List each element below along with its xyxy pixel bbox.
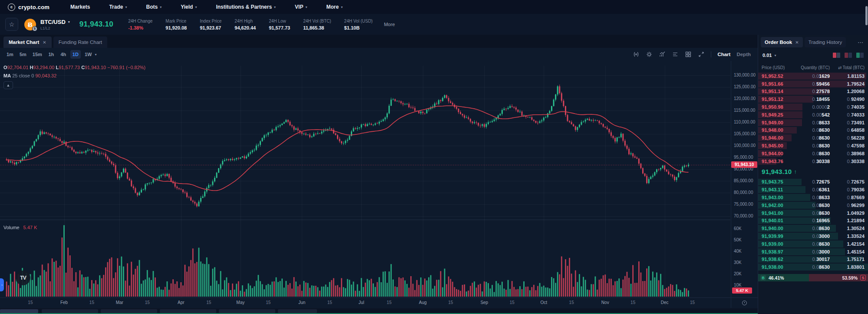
timeframe-5m[interactable]: 5m: [17, 50, 29, 59]
scrollbar-segment[interactable]: [160, 309, 216, 313]
favorite-button[interactable]: ☆: [5, 18, 18, 31]
settings-gear-icon[interactable]: [646, 51, 653, 58]
price-tick: 70,000.00: [734, 214, 753, 218]
price-cell: 91,943.76: [762, 159, 798, 164]
undo-redo-icon[interactable]: [633, 51, 640, 58]
timeframe-1d[interactable]: 1D: [70, 50, 81, 59]
pair-selector[interactable]: BTC/USD ▾ L1/L2: [40, 19, 70, 30]
price-cell: 91,938.62: [762, 257, 798, 262]
price-cell: 91,943.00: [762, 195, 798, 200]
scrollbar-segment[interactable]: [42, 309, 98, 313]
ask-row[interactable]: 91,944.000.086300.38968: [758, 150, 868, 157]
quantity-cell: 0.08630: [798, 135, 830, 140]
ask-row[interactable]: 91,943.760.303380.30338: [758, 157, 868, 165]
tab-trading-history[interactable]: Trading History: [805, 37, 846, 47]
bid-row[interactable]: 91,943.750.726750.72675: [758, 178, 868, 186]
total-cell: 1.20068: [830, 89, 865, 94]
tab-market-chart[interactable]: Market Chart✕: [3, 37, 52, 48]
ask-row[interactable]: 91,945.000.086300.47598: [758, 142, 868, 150]
bid-row[interactable]: 91,940.000.086301.30524: [758, 224, 868, 232]
legend-collapse-button[interactable]: ▲: [3, 81, 13, 89]
view-bids-icon[interactable]: [856, 53, 864, 58]
time-tick: 15: [327, 300, 332, 305]
ask-row[interactable]: 91,951.120.184550.92490: [758, 95, 868, 103]
nav-item-trade[interactable]: Trade ▾: [109, 4, 127, 10]
ask-row[interactable]: 91,948.000.086300.64858: [758, 127, 868, 134]
bid-row[interactable]: 91,943.000.086330.87669: [758, 194, 868, 201]
page-scrollbar[interactable]: [865, 6, 868, 25]
layout-grid-icon[interactable]: [685, 51, 692, 58]
timezone-clock-icon[interactable]: [742, 301, 747, 305]
ask-row[interactable]: 91,949.000.086330.73491: [758, 119, 868, 127]
nav-item-more[interactable]: More ▾: [326, 4, 343, 10]
bid-row[interactable]: 91,938.620.300171.75171: [758, 256, 868, 264]
scrollbar-segment[interactable]: [278, 309, 317, 313]
tab-funding-rate-chart[interactable]: Funding Rate Chart: [53, 37, 107, 48]
ask-row[interactable]: 91,952.520.016291.81153: [758, 72, 868, 80]
brand[interactable]: c crypto.com: [8, 3, 50, 11]
time-axis[interactable]: 15Feb15Mar15Apr15May15Jun15Jul15Aug15Sep…: [0, 298, 731, 308]
ask-row[interactable]: 91,949.250.005420.74033: [758, 111, 868, 119]
ask-row[interactable]: 91,946.000.086300.56228: [758, 134, 868, 142]
tab-order-book[interactable]: Order Book✕: [761, 37, 803, 47]
bid-row[interactable]: 91,938.970.030001.45154: [758, 248, 868, 256]
ask-row[interactable]: 91,951.660.594561.79524: [758, 80, 868, 88]
asks-list: 91,952.520.016291.8115391,951.660.594561…: [758, 72, 868, 165]
time-tick: 15: [206, 300, 211, 305]
col-total[interactable]: ⇄Total (BTC): [830, 65, 865, 70]
view-chart-button[interactable]: Chart: [717, 52, 730, 57]
scrollbar-segment[interactable]: [219, 309, 275, 313]
nav-item-vip[interactable]: VIP ▾: [295, 4, 307, 10]
view-depth-button[interactable]: Depth: [736, 52, 751, 57]
chart-body: O92,704.01 H93,294.00 L91,577.73 C91,943…: [0, 61, 758, 297]
timeframe-more-caret-icon[interactable]: ▾: [95, 53, 96, 57]
bid-row[interactable]: 91,942.000.086300.96299: [758, 201, 868, 209]
bid-row[interactable]: 91,939.000.086301.42154: [758, 240, 868, 248]
volume-tick: 40K: [734, 249, 742, 254]
chart-toolbar: 1m5m15m1h4h1D1W ▾ Chart Depth: [0, 48, 758, 61]
chevron-down-icon: ▾: [274, 5, 276, 9]
bid-row[interactable]: 91,943.110.063610.79036: [758, 186, 868, 194]
stat-24h-low: 24H Low91,577.73: [269, 19, 290, 30]
bid-row[interactable]: 91,941.000.086301.04929: [758, 209, 868, 217]
close-icon[interactable]: ✕: [795, 40, 799, 45]
candlestick-chart[interactable]: [0, 61, 730, 297]
time-tick: Feb: [60, 300, 68, 305]
stat-24h-high: 24H High94,620.44: [234, 19, 256, 30]
scrollbar-thumb[interactable]: [0, 309, 38, 313]
bid-row[interactable]: 91,938.000.086301.83801: [758, 263, 868, 271]
view-asks-icon[interactable]: [845, 53, 852, 58]
bid-row[interactable]: 91,939.990.030001.33524: [758, 232, 868, 240]
fullscreen-expand-icon[interactable]: [698, 51, 705, 58]
nav-item-bots[interactable]: Bots ▾: [146, 4, 162, 10]
left-drawer-handle[interactable]: ›: [0, 278, 4, 291]
price-axis[interactable]: 130,000.00125,000.00120,000.00115,000.00…: [731, 61, 758, 297]
total-cell: 0.47598: [830, 143, 865, 148]
ask-row[interactable]: 91,951.140.275781.20068: [758, 88, 868, 96]
timeframe-15m[interactable]: 15m: [30, 50, 44, 59]
timeframe-1m[interactable]: 1m: [4, 50, 16, 59]
timeframe-1h[interactable]: 1h: [46, 50, 56, 59]
order-book-more-button[interactable]: ⋯: [858, 39, 865, 46]
list-settings-icon[interactable]: [672, 51, 679, 58]
chart-canvas-area[interactable]: O92,704.01 H93,294.00 L91,577.73 C91,943…: [0, 61, 731, 297]
timeframe-1w[interactable]: 1W: [83, 50, 94, 59]
indicators-icon[interactable]: [659, 51, 666, 58]
timeframe-4h[interactable]: 4h: [58, 50, 69, 59]
view-both-icon[interactable]: [833, 53, 840, 58]
tradingview-logo[interactable]: TV: [16, 271, 30, 285]
aggregation-dropdown[interactable]: 0.01 ▾: [762, 53, 776, 58]
total-cell: 1.33524: [830, 234, 865, 239]
nav-item-markets[interactable]: Markets: [70, 4, 90, 10]
nav-item-institutions-partners[interactable]: Institutions & Partners ▾: [216, 4, 276, 10]
nav-item-yield[interactable]: Yield ▾: [181, 4, 197, 10]
scrollbar-segment[interactable]: [101, 309, 157, 313]
close-icon[interactable]: ✕: [43, 40, 46, 45]
sell-ratio: 53.59% S: [809, 274, 868, 281]
last-trade-row[interactable]: 91,943.10 ↑: [758, 165, 868, 178]
more-stats-button[interactable]: More: [384, 22, 395, 27]
bid-row[interactable]: 91,940.010.169651.21894: [758, 217, 868, 225]
ask-row[interactable]: 91,950.980.000020.74035: [758, 103, 868, 111]
price-tick: 95,000.00: [734, 155, 753, 160]
chevron-down-icon: ▾: [305, 5, 307, 9]
